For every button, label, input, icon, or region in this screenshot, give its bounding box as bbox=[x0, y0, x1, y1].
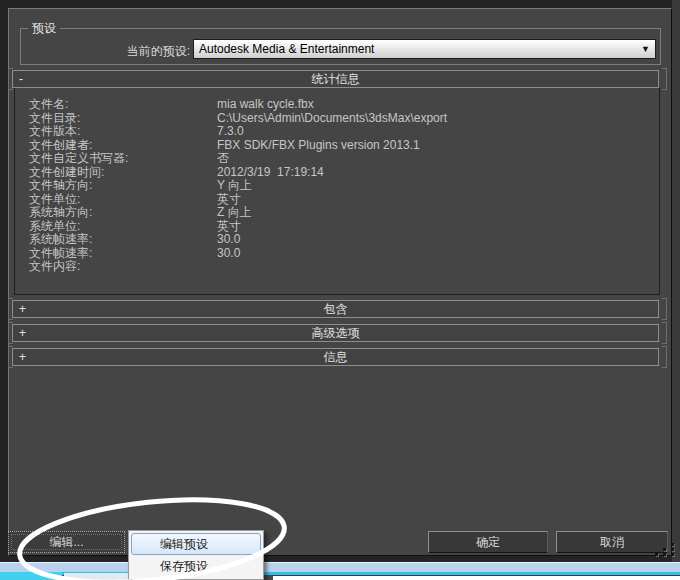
current-preset-label: 当前的预设: bbox=[80, 43, 190, 60]
statistic-value: 2012/3/19 17:19:14 bbox=[217, 166, 324, 180]
rollout-bracket-right bbox=[662, 298, 667, 320]
statistic-label: 系统单位: bbox=[15, 220, 217, 234]
ok-button[interactable]: 确定 bbox=[428, 531, 548, 553]
rollout-bracket-right bbox=[662, 346, 667, 368]
rollout-include[interactable]: + 包含 bbox=[12, 300, 659, 318]
background-window-bar bbox=[0, 562, 680, 572]
statistic-label: 文件版本: bbox=[15, 125, 217, 139]
background-dark-square bbox=[264, 575, 273, 580]
rollout-advanced-options-title: 高级选项 bbox=[312, 326, 360, 340]
preset-groupbox-title: 预设 bbox=[28, 21, 60, 35]
rollout-bracket-right bbox=[662, 68, 667, 90]
rollout-bracket-right bbox=[662, 322, 667, 344]
statistic-label: 文件轴方向: bbox=[15, 179, 217, 193]
statistics-row: 文件名: mia walk cycle.fbx bbox=[15, 98, 659, 112]
dialog-frame-right-edge bbox=[672, 0, 680, 562]
statistic-label: 文件内容: bbox=[15, 260, 217, 274]
statistics-row: 文件创建者: FBX SDK/FBX Plugins version 2013.… bbox=[15, 139, 659, 153]
statistic-label: 文件名: bbox=[15, 98, 217, 112]
statistic-value: 30.0 bbox=[217, 247, 240, 261]
statistics-row: 系统单位: 英寸 bbox=[15, 220, 659, 234]
statistics-panel: 文件名: mia walk cycle.fbx 文件目录: C:\Users\A… bbox=[14, 88, 660, 295]
statistics-row: 文件轴方向: Y 向上 bbox=[15, 179, 659, 193]
statistics-row: 系统轴方向: Z 向上 bbox=[15, 206, 659, 220]
statistics-row: 文件创建时间: 2012/3/19 17:19:14 bbox=[15, 166, 659, 180]
screenshot-stage: 预设 当前的预设: Autodesk Media & Entertainment… bbox=[0, 0, 680, 580]
rollout-advanced-options[interactable]: + 高级选项 bbox=[12, 324, 659, 342]
edit-button[interactable]: 编辑... bbox=[8, 531, 125, 553]
statistic-value: Y 向上 bbox=[217, 179, 252, 193]
statistic-value: 英寸 bbox=[217, 193, 241, 207]
dropdown-arrow-icon: ▼ bbox=[641, 40, 650, 58]
statistic-value: 否 bbox=[217, 152, 229, 166]
current-preset-value: Autodesk Media & Entertainment bbox=[199, 42, 374, 56]
menu-item-save-preset[interactable]: 保存预设 bbox=[131, 555, 261, 577]
statistic-value: mia walk cycle.fbx bbox=[217, 98, 314, 112]
statistics-row: 文件内容: bbox=[15, 260, 659, 274]
expand-plus-icon: + bbox=[19, 301, 31, 317]
rollout-information-title: 信息 bbox=[324, 350, 348, 364]
current-preset-dropdown[interactable]: Autodesk Media & Entertainment ▼ bbox=[193, 39, 656, 59]
statistic-value: C:\Users\Admin\Documents\3dsMax\export bbox=[217, 112, 447, 126]
rollout-include-title: 包含 bbox=[324, 302, 348, 316]
statistic-label: 文件目录: bbox=[15, 112, 217, 126]
statistic-value: Z 向上 bbox=[217, 206, 252, 220]
expand-plus-icon: + bbox=[19, 349, 31, 365]
statistic-value: 英寸 bbox=[217, 220, 241, 234]
statistic-label: 系统轴方向: bbox=[15, 206, 217, 220]
rollout-statistics-title: 统计信息 bbox=[312, 72, 360, 86]
rollout-information[interactable]: + 信息 bbox=[12, 348, 659, 366]
collapse-minus-icon: - bbox=[19, 71, 31, 87]
statistics-row: 文件版本: 7.3.0 bbox=[15, 125, 659, 139]
background-cyan-block bbox=[0, 572, 62, 580]
expand-plus-icon: + bbox=[19, 325, 31, 341]
statistic-label: 文件自定义书写器: bbox=[15, 152, 217, 166]
rollout-statistics-header[interactable]: - 统计信息 bbox=[12, 70, 659, 88]
cancel-button[interactable]: 取消 bbox=[556, 531, 668, 553]
statistic-label: 文件单位: bbox=[15, 193, 217, 207]
statistics-row: 文件自定义书写器: 否 bbox=[15, 152, 659, 166]
statistic-value: 7.3.0 bbox=[217, 125, 244, 139]
statistics-rows: 文件名: mia walk cycle.fbx 文件目录: C:\Users\A… bbox=[15, 98, 659, 274]
statistic-label: 系统帧速率: bbox=[15, 233, 217, 247]
edit-preset-popup-menu: 编辑预设 保存预设 bbox=[128, 530, 264, 580]
statistics-row: 文件帧速率: 30.0 bbox=[15, 247, 659, 261]
statistic-label: 文件帧速率: bbox=[15, 247, 217, 261]
menu-item-edit-preset[interactable]: 编辑预设 bbox=[131, 533, 261, 555]
statistic-value: FBX SDK/FBX Plugins version 2013.1 bbox=[217, 139, 420, 153]
statistics-row: 文件目录: C:\Users\Admin\Documents\3dsMax\ex… bbox=[15, 112, 659, 126]
statistic-label: 文件创建者: bbox=[15, 139, 217, 153]
statistics-row: 文件单位: 英寸 bbox=[15, 193, 659, 207]
resize-grip[interactable] bbox=[655, 543, 677, 558]
statistics-row: 系统帧速率: 30.0 bbox=[15, 233, 659, 247]
statistic-value: 30.0 bbox=[217, 233, 240, 247]
statistic-label: 文件创建时间: bbox=[15, 166, 217, 180]
